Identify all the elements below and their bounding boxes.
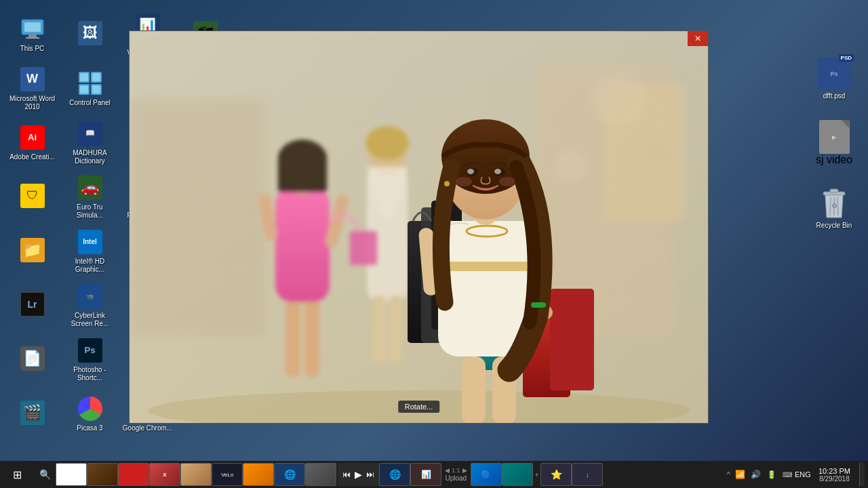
system-tray: ^ 📶 🔊 🔋 ⌨ ENG 10:23 PM 8/29/2018 <box>722 461 868 488</box>
svg-rect-2 <box>28 35 37 37</box>
control-panel-icon <box>77 70 104 97</box>
taskbar-app-white[interactable] <box>56 463 87 486</box>
clock-date: 8/29/2018 <box>819 475 850 483</box>
tray-expand-button[interactable]: ^ <box>726 470 732 479</box>
photoshop-icon: Ps <box>77 337 104 364</box>
taskbar-app-lblue[interactable]: 🔵 <box>471 463 502 486</box>
sj-video-icon: ▶ <box>819 120 850 154</box>
taskbar-app-red2[interactable]: X <box>149 463 180 486</box>
desktop-icon-recycle-bin[interactable]: ♻ Recycle Bin <box>807 183 861 232</box>
tray-icon-network[interactable]: 📶 <box>734 461 747 488</box>
word-label: Microsoft Word 2010 <box>6 95 58 111</box>
picasa-label: Picasa 3 <box>77 424 102 432</box>
close-icon: ✕ <box>694 34 701 43</box>
word-icon: W <box>19 66 46 93</box>
recycle-bin-icon: ♻ <box>818 186 850 222</box>
desktop-icon-euro-tru[interactable]: 🚗 Euro Tru Simula... <box>61 169 119 224</box>
desktop-icon-word[interactable]: W Microsoft Word 2010 <box>3 61 61 115</box>
svg-rect-30 <box>372 296 386 363</box>
svg-point-25 <box>638 133 679 174</box>
taskbar-app-dark2[interactable]: 📊 <box>410 463 441 486</box>
media-next-btn[interactable]: ⏭ <box>364 470 376 479</box>
taskbar-app-photo2[interactable] <box>305 463 336 486</box>
desktop-icon-madhura[interactable]: 📖 MADHURA Dictionary <box>61 115 119 169</box>
svg-text:♻: ♻ <box>831 202 837 209</box>
search-icon: 🔍 <box>39 469 51 480</box>
desktop-icon-dfft-psd[interactable]: Ps PSD dfft.psd <box>807 54 861 103</box>
svg-point-29 <box>366 126 409 160</box>
cursor-indicator: + <box>533 471 541 479</box>
photoshop-label: Photosho - Shortc... <box>64 366 116 382</box>
desktop-icon-photoshop[interactable]: Ps Photosho - Shortc... <box>61 332 119 386</box>
clock-time: 10:23 PM <box>818 467 850 475</box>
desktop-icon-this-pc[interactable]: This PC <box>3 7 61 61</box>
svg-rect-39 <box>278 159 327 192</box>
adobe-label: Adobe Creati... <box>9 153 55 161</box>
taskbar-app-red1[interactable] <box>118 463 149 486</box>
language-text: ENG <box>795 470 811 479</box>
desktop-icon-control-panel[interactable]: Control Panel <box>61 61 119 115</box>
tray-icon-keyboard[interactable]: ⌨ <box>781 461 794 488</box>
desktop-icon-cyberlink-screen[interactable]: 📹 CyberLink Screen Re... <box>61 278 119 332</box>
svg-rect-5 <box>80 73 88 81</box>
windows-icon: ⊞ <box>13 468 22 481</box>
taskbar-app-face[interactable] <box>180 463 212 486</box>
psd-badge: PSD <box>839 54 854 62</box>
picasa-icon <box>77 395 104 422</box>
svg-rect-1 <box>24 22 41 32</box>
start-button[interactable]: ⊞ <box>0 461 34 488</box>
cyberlink-screen-label: CyberLink Screen Re... <box>64 312 116 328</box>
tray-icon-battery[interactable]: 🔋 <box>765 461 778 488</box>
desktop-icon-file1[interactable]: 📁 <box>3 224 61 278</box>
rotate-tooltip: Rotate... <box>398 401 440 413</box>
svg-point-64 <box>499 177 515 186</box>
taskbar-app-arrow[interactable]: ↓ <box>572 463 603 486</box>
psd-file-label: dfft.psd <box>823 92 846 100</box>
taskbar-app-brown[interactable] <box>87 463 118 486</box>
desktop-icon-norton[interactable]: 🛡 <box>3 169 61 224</box>
show-desktop-button[interactable] <box>859 463 865 486</box>
taskbar-search-button[interactable]: 🔍 <box>34 464 56 485</box>
desktop-icon-picasa[interactable]: Picasa 3 <box>61 386 119 441</box>
taskbar: ⊞ 🔍 X VeLo 🌐 ⏮ ▶ ⏭ <box>0 461 868 488</box>
cyberlink-screen-icon: 📹 <box>77 283 104 310</box>
svg-rect-7 <box>92 73 100 81</box>
svg-rect-34 <box>275 187 330 302</box>
taskbar-app-star[interactable]: ⭐ <box>540 463 572 486</box>
taskbar-app-teal[interactable] <box>502 463 533 486</box>
desktop-icon-file2[interactable]: 📄 <box>3 332 61 386</box>
tray-icon-volume[interactable]: 🔊 <box>749 461 763 488</box>
language-indicator[interactable]: ENG <box>796 461 810 488</box>
desktop-icons-right: Ps PSD dfft.psd ▶ sj video <box>800 0 868 461</box>
media-play-btn[interactable]: ▶ <box>353 469 364 480</box>
taskbar-app-dark1[interactable]: 🌐 <box>379 463 410 486</box>
svg-point-63 <box>456 177 472 186</box>
media-player-app[interactable]: ⏮ ▶ ⏭ <box>338 463 379 486</box>
desktop-icon-sj-video[interactable]: ▶ sj video <box>807 117 861 169</box>
photo-viewer-image: Rotate... <box>130 31 708 423</box>
chrome-label: Google Chrom... <box>123 424 172 432</box>
desktop-icon-image[interactable]: 🖼 <box>61 7 119 61</box>
euro-tru-label: Euro Tru Simula... <box>64 203 116 220</box>
this-pc-label: This PC <box>20 45 45 53</box>
desktop-icon-lightroom[interactable]: Lr <box>3 278 61 332</box>
taskbar-clock[interactable]: 10:23 PM 8/29/2018 <box>812 461 857 488</box>
desktop: This PC W Microsoft Word 2010 Ai Adobe C… <box>0 0 868 461</box>
desktop-icon-video[interactable]: 🎬 <box>3 386 61 441</box>
file1-icon: 📁 <box>19 237 46 264</box>
media-prev-btn[interactable]: ⏮ <box>340 470 353 479</box>
euro-tru-icon: 🚗 <box>77 174 104 201</box>
desktop-icon-adobe[interactable]: Ai Adobe Creati... <box>3 115 61 169</box>
close-button[interactable]: ✕ <box>688 31 708 46</box>
video-icon: 🎬 <box>19 399 46 426</box>
madhura-icon: 📖 <box>77 120 104 147</box>
upload-area[interactable]: ◀ 1:1 ▶ Upload <box>441 467 471 482</box>
desktop-icon-intel[interactable]: Intel Intel® HD Graphic... <box>61 224 119 278</box>
svg-rect-3 <box>26 37 39 39</box>
network-icon: 📶 <box>735 470 745 479</box>
taskbar-app-globe[interactable]: 🌐 <box>274 463 305 486</box>
taskbar-app-velo[interactable]: VeLo <box>212 463 243 486</box>
taskbar-app-orange[interactable] <box>243 463 274 486</box>
adobe-icon: Ai <box>19 124 46 151</box>
svg-line-16 <box>837 197 838 216</box>
